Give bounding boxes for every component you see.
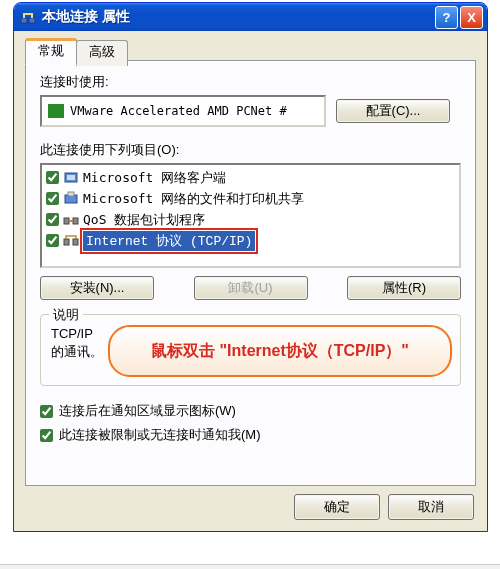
component-buttons: 安装(N)... 卸载(U) 属性(R) [40, 276, 461, 300]
dialog-buttons: 确定 取消 [294, 494, 474, 520]
uninstall-button: 卸载(U) [194, 276, 308, 300]
item-checkbox[interactable] [46, 171, 59, 184]
page-footer-border [0, 564, 500, 569]
components-listbox[interactable]: Microsoft 网络客户端 Microsoft 网络的文件和打印机共享 Qo… [40, 163, 461, 268]
svg-rect-1 [29, 18, 35, 23]
item-label: Microsoft 网络的文件和打印机共享 [83, 190, 304, 208]
adapter-name: VMware Accelerated AMD PCNet # [70, 104, 287, 118]
properties-dialog: 本地连接 属性 ? X 常规 高级 连接时使用: VMware Accelera… [13, 2, 488, 532]
install-button[interactable]: 安装(N)... [40, 276, 154, 300]
nic-icon [48, 104, 64, 118]
help-button[interactable]: ? [435, 6, 458, 29]
ok-button[interactable]: 确定 [294, 494, 380, 520]
notify-checkbox[interactable] [40, 429, 53, 442]
items-label: 此连接使用下列项目(O): [40, 141, 461, 159]
svg-rect-0 [21, 18, 27, 23]
tooltip-callout: 鼠标双击 "Internet协议（TCP/IP）" [108, 325, 452, 377]
titlebar[interactable]: 本地连接 属性 ? X [14, 3, 487, 31]
item-label: Internet 协议 (TCP/IP) [83, 231, 255, 251]
adapter-field: VMware Accelerated AMD PCNet # [40, 95, 326, 127]
svg-rect-6 [64, 218, 69, 224]
item-label: QoS 数据包计划程序 [83, 211, 205, 229]
tab-strip: 常规 高级 [25, 37, 476, 63]
svg-rect-9 [73, 239, 78, 245]
tab-advanced[interactable]: 高级 [76, 40, 128, 66]
client-area: 常规 高级 连接时使用: VMware Accelerated AMD PCNe… [17, 31, 484, 528]
window-icon [20, 9, 36, 25]
client-icon [63, 170, 79, 186]
protocol-icon [63, 233, 79, 249]
list-item[interactable]: QoS 数据包计划程序 [44, 209, 457, 230]
list-item[interactable]: Microsoft 网络的文件和打印机共享 [44, 188, 457, 209]
configure-button[interactable]: 配置(C)... [336, 99, 450, 123]
item-label: Microsoft 网络客户端 [83, 169, 226, 187]
svg-rect-3 [67, 175, 75, 180]
description-legend: 说明 [49, 306, 83, 324]
connect-using-label: 连接时使用: [40, 73, 461, 91]
window-title: 本地连接 属性 [42, 8, 433, 26]
list-item[interactable]: Microsoft 网络客户端 [44, 167, 457, 188]
list-item-selected[interactable]: Internet 协议 (TCP/IP) [44, 230, 457, 251]
callout-text: 鼠标双击 "Internet协议（TCP/IP）" [151, 341, 409, 362]
share-icon [63, 191, 79, 207]
qos-icon [63, 212, 79, 228]
show-icon-checkbox[interactable] [40, 405, 53, 418]
notify-row: 此连接被限制或无连接时通知我(M) [40, 426, 461, 444]
item-checkbox[interactable] [46, 213, 59, 226]
item-checkbox[interactable] [46, 234, 59, 247]
tab-general[interactable]: 常规 [25, 38, 77, 65]
svg-rect-8 [64, 239, 69, 245]
item-checkbox[interactable] [46, 192, 59, 205]
show-icon-label: 连接后在通知区域显示图标(W) [59, 402, 236, 420]
notify-label: 此连接被限制或无连接时通知我(M) [59, 426, 261, 444]
close-button[interactable]: X [460, 6, 483, 29]
properties-button[interactable]: 属性(R) [347, 276, 461, 300]
cancel-button[interactable]: 取消 [388, 494, 474, 520]
show-icon-row: 连接后在通知区域显示图标(W) [40, 402, 461, 420]
svg-rect-7 [73, 218, 78, 224]
svg-rect-5 [68, 192, 74, 196]
tab-panel-general: 连接时使用: VMware Accelerated AMD PCNet # 配置… [25, 60, 476, 486]
